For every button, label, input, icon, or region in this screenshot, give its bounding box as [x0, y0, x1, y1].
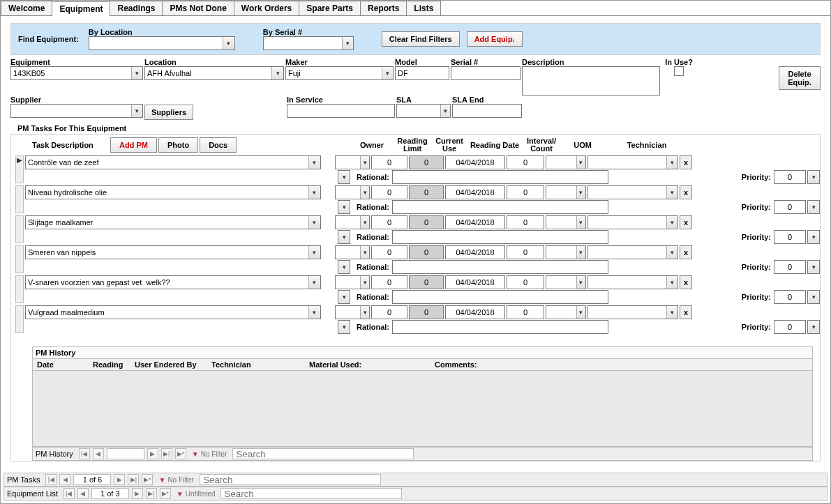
chevron-down-icon[interactable]: ▾	[360, 276, 369, 289]
uom-combo[interactable]: ▾	[546, 215, 586, 229]
chevron-down-icon[interactable]: ▾	[308, 186, 320, 199]
reading-date-cell[interactable]	[445, 215, 505, 229]
uom-input[interactable]	[546, 306, 576, 319]
in-service-input[interactable]	[287, 104, 395, 118]
rational-input[interactable]	[392, 290, 608, 304]
chevron-down-icon[interactable]: ▾	[666, 246, 677, 259]
maker-combo[interactable]: ▾	[285, 66, 394, 80]
chevron-down-icon[interactable]: ▾	[360, 186, 369, 199]
nav-new-button[interactable]: ▶*	[160, 488, 171, 499]
owner-combo[interactable]: ▾	[335, 245, 370, 259]
model-input[interactable]	[395, 66, 449, 80]
delete-row-button[interactable]: x	[680, 215, 692, 229]
uom-input[interactable]	[546, 246, 576, 259]
owner-combo[interactable]: ▾	[335, 305, 370, 319]
interval-cell[interactable]	[507, 155, 544, 169]
chevron-down-icon[interactable]: ▾	[666, 186, 677, 199]
technician-input[interactable]	[588, 216, 666, 229]
nav-next-button[interactable]: ▶	[132, 488, 143, 499]
chevron-down-icon[interactable]: ▾	[131, 105, 142, 117]
task-description-input[interactable]	[26, 156, 308, 169]
tab-readings[interactable]: Readings	[110, 1, 163, 15]
tab-equipment[interactable]: Equipment	[52, 1, 110, 16]
sla-combo[interactable]: ▾	[396, 104, 451, 118]
nav-prev-button[interactable]: ◀	[93, 448, 104, 459]
tab-pms-not-done[interactable]: PMs Not Done	[162, 1, 234, 15]
chevron-down-icon[interactable]: ▾	[342, 37, 353, 49]
priority-cell[interactable]	[774, 260, 806, 274]
photo-button[interactable]: Photo	[158, 137, 198, 153]
nav-first-button[interactable]: |◀	[79, 448, 90, 459]
uom-combo[interactable]: ▾	[546, 305, 586, 319]
tab-work-orders[interactable]: Work Orders	[234, 1, 299, 15]
priority-cell[interactable]	[774, 290, 806, 304]
reading-date-cell[interactable]	[445, 245, 505, 259]
suppliers-button[interactable]: Suppliers	[144, 105, 193, 120]
equipment-list-filter[interactable]: ▼Unfiltered	[174, 490, 218, 498]
priority-cell[interactable]	[774, 170, 806, 184]
reading-date-cell[interactable]	[445, 305, 505, 319]
chevron-down-icon[interactable]: ▾	[576, 156, 585, 169]
owner-combo[interactable]: ▾	[335, 185, 370, 199]
in-use-checkbox[interactable]	[674, 66, 684, 76]
interval-cell[interactable]	[507, 275, 544, 289]
reading-limit-cell[interactable]	[371, 215, 407, 229]
chevron-down-icon[interactable]: ▾	[576, 186, 585, 199]
technician-combo[interactable]: ▾	[587, 275, 678, 289]
delete-row-button[interactable]: x	[680, 155, 692, 169]
supplier-input[interactable]	[11, 105, 131, 117]
interval-cell[interactable]	[507, 245, 544, 259]
nav-prev-button[interactable]: ◀	[77, 488, 89, 499]
pm-tasks-filter[interactable]: ▼No Filter	[156, 476, 197, 484]
uom-input[interactable]	[546, 186, 576, 199]
task-description-combo[interactable]: ▾	[25, 305, 321, 319]
chevron-down-icon[interactable]: ▾	[308, 216, 320, 229]
chevron-down-icon[interactable]: ▾	[338, 260, 350, 274]
owner-input[interactable]	[336, 186, 360, 199]
task-description-input[interactable]	[26, 246, 308, 259]
chevron-down-icon[interactable]: ▾	[223, 37, 234, 49]
interval-cell[interactable]	[507, 185, 544, 199]
row-selector[interactable]	[15, 185, 24, 213]
chevron-down-icon[interactable]: ▾	[576, 306, 585, 319]
technician-combo[interactable]: ▾	[587, 245, 678, 259]
rational-input[interactable]	[392, 230, 608, 244]
delete-row-button[interactable]: x	[680, 275, 692, 289]
chevron-down-icon[interactable]: ▾	[807, 230, 820, 244]
tab-lists[interactable]: Lists	[406, 1, 441, 15]
by-location-input[interactable]	[89, 37, 223, 49]
priority-cell[interactable]	[774, 320, 806, 334]
reading-limit-cell[interactable]	[371, 305, 407, 319]
chevron-down-icon[interactable]: ▾	[338, 170, 350, 184]
reading-limit-cell[interactable]	[371, 245, 407, 259]
chevron-down-icon[interactable]: ▾	[360, 306, 369, 319]
location-combo[interactable]: ▾	[144, 66, 284, 80]
chevron-down-icon[interactable]: ▾	[576, 276, 585, 289]
owner-combo[interactable]: ▾	[335, 155, 370, 169]
owner-combo[interactable]: ▾	[335, 275, 370, 289]
reading-limit-cell[interactable]	[371, 185, 407, 199]
nav-first-button[interactable]: |◀	[45, 474, 57, 485]
clear-find-filters-button[interactable]: Clear Find Filters	[382, 31, 460, 47]
task-description-combo[interactable]: ▾	[25, 155, 321, 169]
chevron-down-icon[interactable]: ▾	[308, 276, 320, 289]
task-description-input[interactable]	[26, 276, 308, 289]
chevron-down-icon[interactable]: ▾	[308, 246, 320, 259]
uom-combo[interactable]: ▾	[546, 245, 586, 259]
chevron-down-icon[interactable]: ▾	[271, 67, 283, 79]
owner-input[interactable]	[336, 216, 360, 229]
nav-last-button[interactable]: ▶|	[128, 474, 139, 485]
row-selector[interactable]	[15, 215, 24, 243]
rational-input[interactable]	[392, 200, 608, 214]
priority-cell[interactable]	[774, 230, 806, 244]
maker-input[interactable]	[286, 67, 382, 79]
technician-combo[interactable]: ▾	[587, 305, 678, 319]
owner-input[interactable]	[336, 306, 360, 319]
rational-input[interactable]	[392, 260, 608, 274]
chevron-down-icon[interactable]: ▾	[308, 306, 320, 319]
task-description-input[interactable]	[26, 306, 308, 319]
task-description-combo[interactable]: ▾	[25, 245, 321, 259]
chevron-down-icon[interactable]: ▾	[440, 105, 450, 117]
nav-last-button[interactable]: ▶|	[161, 448, 172, 459]
technician-combo[interactable]: ▾	[587, 185, 678, 199]
